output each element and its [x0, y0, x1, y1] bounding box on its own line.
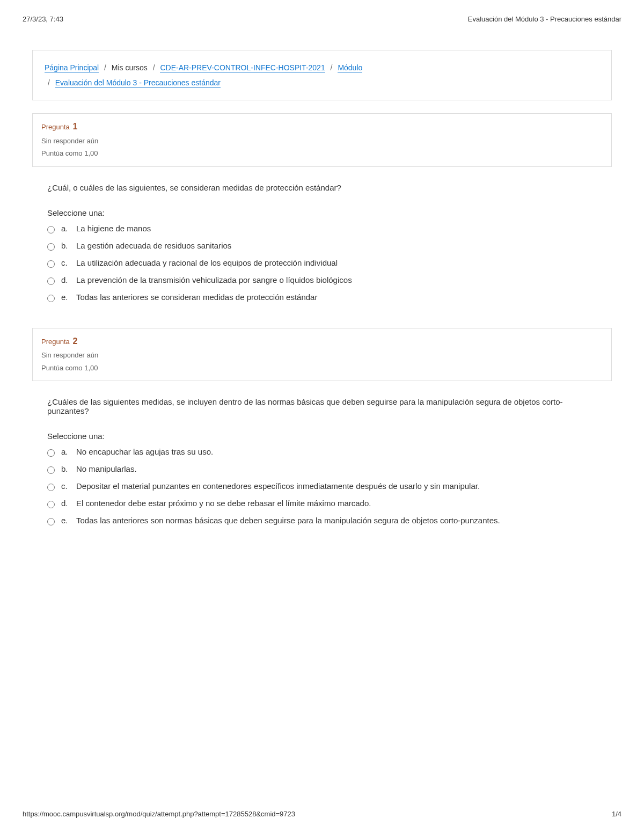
question-label: Pregunta	[41, 123, 70, 131]
breadcrumb-mycourses: Mis cursos	[112, 63, 148, 72]
option-letter: b.	[61, 464, 71, 473]
option-radio-q2-c[interactable]	[47, 484, 55, 491]
question-info-box: Pregunta 2 Sin responder aún Puntúa como…	[32, 328, 612, 382]
option-letter: d.	[61, 499, 71, 508]
question-status: Sin responder aún	[41, 349, 603, 361]
select-one-label: Seleccione una:	[47, 208, 597, 217]
option-radio-q1-e[interactable]	[47, 295, 55, 302]
option-letter: a.	[61, 447, 71, 456]
breadcrumb-home-link[interactable]: Página Principal	[45, 63, 99, 72]
option-text: No encapuchar las agujas tras su uso.	[76, 447, 597, 456]
question-number: 2	[72, 337, 77, 346]
question-body: ¿Cuál, o cuáles de las siguientes, se co…	[32, 167, 612, 315]
option-radio-q1-c[interactable]	[47, 260, 55, 268]
option-text: La prevención de la transmisión vehiculi…	[76, 275, 597, 284]
footer-url: https://mooc.campusvirtualsp.org/mod/qui…	[23, 810, 295, 818]
option-text: El contenedor debe estar próximo y no se…	[76, 499, 597, 508]
option-row: c. Depositar el material punzantes en co…	[47, 481, 597, 491]
option-letter: c.	[61, 481, 71, 491]
option-row: e. Todas las anteriores se consideran me…	[47, 293, 597, 302]
option-text: La gestión adecuada de residuos sanitari…	[76, 241, 597, 250]
question-number: 1	[72, 122, 77, 131]
option-radio-q1-d[interactable]	[47, 277, 55, 285]
option-radio-q2-e[interactable]	[47, 518, 55, 525]
question-points: Puntúa como 1,00	[41, 147, 603, 159]
breadcrumb-module-link[interactable]: Módulo	[338, 63, 362, 72]
option-radio-q2-d[interactable]	[47, 501, 55, 508]
breadcrumb: Página Principal / Mis cursos / CDE-AR-P…	[32, 50, 612, 100]
question-points: Puntúa como 1,00	[41, 362, 603, 374]
option-letter: e.	[61, 293, 71, 302]
breadcrumb-separator: /	[104, 63, 106, 72]
option-letter: c.	[61, 258, 71, 267]
option-row: a. No encapuchar las agujas tras su uso.	[47, 447, 597, 457]
question-label: Pregunta	[41, 338, 70, 346]
option-row: c. La utilización adecuada y racional de…	[47, 258, 597, 268]
option-text: No manipularlas.	[76, 464, 597, 473]
option-radio-q1-a[interactable]	[47, 226, 55, 233]
option-letter: a.	[61, 224, 71, 233]
question-status: Sin responder aún	[41, 135, 603, 147]
option-radio-q2-a[interactable]	[47, 449, 55, 457]
breadcrumb-separator: /	[48, 78, 50, 87]
option-row: d. La prevención de la transmisión vehic…	[47, 275, 597, 285]
option-text: La utilización adecuada y racional de lo…	[76, 258, 597, 267]
question-text: ¿Cuál, o cuáles de las siguientes, se co…	[47, 183, 597, 192]
question-info-box: Pregunta 1 Sin responder aún Puntúa como…	[32, 113, 612, 167]
option-row: d. El contenedor debe estar próximo y no…	[47, 499, 597, 508]
print-footer: https://mooc.campusvirtualsp.org/mod/qui…	[23, 810, 621, 818]
option-letter: d.	[61, 275, 71, 284]
print-title: Evaluación del Módulo 3 - Precauciones e…	[468, 15, 621, 23]
breadcrumb-current-link[interactable]: Evaluación del Módulo 3 - Precauciones e…	[55, 78, 221, 87]
option-row: b. No manipularlas.	[47, 464, 597, 474]
option-radio-q2-b[interactable]	[47, 466, 55, 474]
question-text: ¿Cuáles de las siguientes medidas, se in…	[47, 397, 597, 415]
select-one-label: Seleccione una:	[47, 432, 597, 441]
print-header: 27/3/23, 7:43 Evaluación del Módulo 3 - …	[0, 0, 644, 23]
breadcrumb-separator: /	[331, 63, 333, 72]
option-row: e. Todas las anteriores son normas básic…	[47, 516, 597, 525]
option-text: Todas las anteriores son normas básicas …	[76, 516, 597, 525]
breadcrumb-course-link[interactable]: CDE-AR-PREV-CONTROL-INFEC-HOSPIT-2021	[160, 63, 325, 72]
breadcrumb-separator: /	[153, 63, 155, 72]
option-text: Depositar el material punzantes en conte…	[76, 481, 597, 491]
footer-page-number: 1/4	[612, 810, 621, 818]
option-radio-q1-b[interactable]	[47, 243, 55, 251]
print-datetime: 27/3/23, 7:43	[23, 15, 63, 23]
option-row: a. La higiene de manos	[47, 224, 597, 233]
question-body: ¿Cuáles de las siguientes medidas, se in…	[32, 381, 612, 538]
option-letter: e.	[61, 516, 71, 525]
option-row: b. La gestión adecuada de residuos sanit…	[47, 241, 597, 251]
option-text: Todas las anteriores se consideran medid…	[76, 293, 597, 302]
option-letter: b.	[61, 241, 71, 250]
option-text: La higiene de manos	[76, 224, 597, 233]
